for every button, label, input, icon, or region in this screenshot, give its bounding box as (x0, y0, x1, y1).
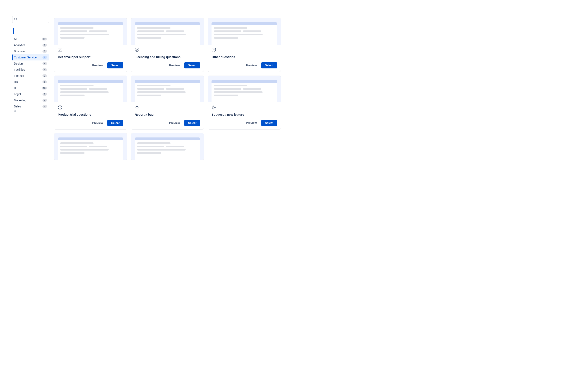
card-preview (208, 18, 281, 45)
mock-block (166, 88, 184, 90)
mock-block (214, 88, 241, 90)
nav-section-request-types (12, 28, 49, 34)
preview-content (211, 25, 277, 45)
mock-line (60, 152, 84, 154)
preview-content (135, 83, 200, 102)
mock-block (137, 30, 165, 32)
sidebar-item-analytics[interactable]: Analytics3 (12, 42, 49, 48)
mock-line (60, 37, 84, 39)
mock-line (214, 85, 247, 86)
bug-icon (135, 105, 200, 111)
sidebar-item-business[interactable]: Business3 (12, 48, 49, 54)
sidebar-item-customer-service[interactable]: Customer Service7 (12, 54, 49, 61)
sidebar-item-design[interactable]: Design5 (12, 61, 49, 66)
preview-button[interactable]: Preview (244, 63, 259, 68)
sidebar-item-marketing[interactable]: Marketing4 (12, 97, 49, 103)
card-card-7 (54, 133, 127, 160)
nav-item-label: IT (14, 86, 16, 90)
card-body: Licensing and billing questions Preview … (131, 45, 204, 72)
preview-button[interactable]: Preview (167, 63, 182, 68)
nav-item-badge: 3 (42, 74, 47, 77)
select-button[interactable]: Select (107, 120, 123, 126)
select-button[interactable]: Select (107, 62, 123, 68)
mock-row (60, 30, 121, 32)
nav-item-label: Facilities (14, 68, 25, 71)
preview-topbar (211, 80, 277, 83)
card-report-bug: Report a bug Preview Select (131, 76, 204, 129)
nav-item-badge: 4 (42, 68, 47, 71)
svg-line-1 (16, 20, 17, 21)
mock-row (214, 88, 274, 90)
mock-line (137, 95, 162, 96)
preview-topbar (58, 80, 123, 83)
nav-item-badge: 16 (42, 86, 47, 89)
mock-row (137, 30, 198, 32)
search-input[interactable] (12, 16, 49, 23)
mock-line (214, 91, 262, 93)
section-bar (13, 28, 14, 34)
mock-line (214, 34, 262, 35)
search-box (12, 16, 49, 23)
select-button[interactable]: Select (184, 62, 200, 68)
card-title: Other questions (211, 55, 277, 59)
mock-block (166, 146, 184, 147)
dot-icon (14, 110, 16, 112)
mock-line (60, 85, 93, 86)
card-actions: Preview Select (135, 120, 200, 126)
card-title: Suggest a new feature (211, 113, 277, 116)
card-actions: Preview Select (211, 62, 277, 68)
preview-button[interactable]: Preview (167, 120, 182, 126)
card-preview (131, 133, 204, 160)
select-button[interactable]: Select (261, 62, 277, 68)
nav-items-list: All57Analytics3Business3Customer Service… (12, 36, 49, 109)
card-actions: Preview Select (211, 120, 277, 126)
card-body: Get developer support Preview Select (54, 45, 127, 72)
mock-line (214, 37, 238, 39)
sidebar-item-it[interactable]: IT16 (12, 85, 49, 91)
nav-item-badge: 3 (42, 93, 47, 96)
preview-content (135, 25, 200, 45)
card-other-questions: Other questions Preview Select (208, 18, 281, 72)
mock-line (60, 34, 109, 35)
nav-item-badge: 5 (42, 81, 47, 83)
card-title: Report a bug (135, 113, 200, 116)
mock-line (60, 27, 93, 29)
nav-item-label: Customer Service (14, 56, 37, 59)
card-title: Licensing and billing questions (135, 55, 200, 59)
svg-rect-4 (212, 48, 216, 51)
content-area: All57Analytics3Business3Customer Service… (0, 16, 294, 168)
sidebar-item-facilities[interactable]: Facilities4 (12, 66, 49, 73)
sidebar-item-legal[interactable]: Legal3 (12, 91, 49, 97)
nav-item-badge: 57 (42, 38, 47, 41)
select-button[interactable]: Select (184, 120, 200, 126)
sidebar-item-sales[interactable]: Sales4 (12, 103, 49, 109)
mock-block (89, 146, 107, 147)
select-button[interactable]: Select (261, 120, 277, 126)
mock-block (214, 30, 241, 32)
preview-topbar (211, 22, 277, 25)
preview-button[interactable]: Preview (244, 120, 259, 126)
mock-line (60, 149, 109, 150)
nav-item-label: Design (14, 62, 23, 65)
preview-topbar (58, 137, 123, 140)
lightbulb-icon (211, 105, 277, 111)
preview-button[interactable]: Preview (90, 63, 105, 68)
sidebar-dot (12, 110, 49, 112)
chat-icon (211, 48, 277, 53)
modal-wrapper: All57Analytics3Business3Customer Service… (0, 0, 294, 192)
preview-button[interactable]: Preview (90, 120, 105, 126)
mock-block (60, 146, 87, 147)
sidebar-item-finance[interactable]: Finance3 (12, 73, 49, 79)
mock-line (137, 142, 170, 144)
preview-content (58, 83, 123, 102)
card-suggest-feature: Suggest a new feature Preview Select (208, 76, 281, 129)
preview-content (135, 140, 200, 160)
card-title: Product trial questions (58, 113, 123, 116)
nav-item-label: Business (14, 50, 25, 53)
modal-header (0, 0, 294, 16)
sidebar-item-hr[interactable]: HR5 (12, 79, 49, 85)
sidebar-item-all[interactable]: All57 (12, 36, 49, 42)
card-body: Suggest a new feature Preview Select (208, 102, 281, 129)
mock-line (137, 91, 186, 93)
preview-content (58, 140, 123, 160)
